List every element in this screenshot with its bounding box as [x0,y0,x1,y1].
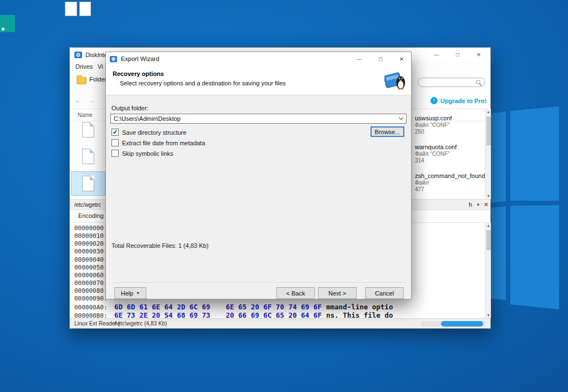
scrollbar-vertical[interactable]: ▲ ▼ [485,109,491,199]
hex-offset: 00000060: [74,272,108,279]
forward-button[interactable]: → [87,96,95,105]
file-tile-icon[interactable] [82,122,94,138]
header-divider [106,95,411,95]
checkbox[interactable] [111,139,119,146]
status-app: Linux Ext Reader | [74,320,120,327]
cancel-label: Cancel [375,290,394,297]
back-button[interactable]: < Back [276,287,315,299]
app-icon [74,50,83,59]
close-button[interactable]: × [471,48,486,62]
file-tile-icon[interactable] [82,176,94,191]
scrollbar-thumb[interactable] [486,230,491,250]
hex-offset: 000000A0: [74,304,108,311]
hex-offset: 00000030: [74,248,108,255]
file-tile-icon[interactable] [82,149,94,164]
wizard-header: Recovery options Select recovery options… [106,66,411,95]
help-label: Help [121,290,134,297]
horizontal-scrollbar[interactable] [421,321,486,327]
output-folder-value: C:\Users\Admin\Desktop [111,115,396,122]
scroll-down-icon[interactable]: ▼ [485,194,491,198]
status-file: /\etc\wgetrc (4,83 Kb) [114,320,167,327]
hex-offset: 00000080: [74,287,108,294]
window-title: DiskInte [85,48,108,62]
file-name: uswsusp.conf [415,115,484,121]
minimize-icon: — [434,52,439,58]
hex-offset: 000000B0: [74,312,108,318]
search-icon [476,80,480,84]
help-button[interactable]: Help ▼ [114,287,146,299]
hex-offset: 00000040: [74,256,108,263]
upgrade-link[interactable]: ↑ Upgrade to Pro! [430,97,486,104]
close-icon: × [476,50,481,59]
close-find-button[interactable]: × [484,201,488,208]
checkbox[interactable] [111,150,119,157]
column-header-name[interactable]: Name [78,112,93,118]
checkbox-label: Skip symbolic links [122,150,173,157]
up-arrow-icon: ↑ [433,97,435,104]
back-label: < Back [286,290,305,297]
hex-offset: 00000090: [74,295,108,302]
footer-divider [110,282,407,283]
dialog-title-bar: Export Wizard — □ × [106,52,411,66]
scrollbar-thumb[interactable] [441,321,483,327]
upgrade-icon: ↑ [430,97,438,104]
desktop: DiskInte — □ × Drives Vi Folders ← → ↑ U… [0,0,568,392]
checkbox-label: Extract file date from metadata [122,140,205,146]
combo-arrow-button[interactable] [396,118,406,119]
scroll-up-icon[interactable]: ▲ [485,110,491,114]
checkbox-label: Save directory structure [122,129,186,136]
window-fragment [65,2,77,16]
hex-offset: 00000020: [74,240,108,247]
encoding-label: Encoding [78,212,104,219]
hex-row: 000000B0: 6E 73 2E 20 54 68 69 73 20 66 … [70,311,485,318]
dialog-title: Export Wizard [121,52,159,66]
check-mark: ✓ [113,129,118,135]
next-button[interactable]: Next > [318,287,357,299]
hex-ascii: ns. This file do [326,311,393,318]
chevron-down-icon [399,115,403,120]
file-size: 250 [415,129,484,135]
teal-desktop-icon[interactable] [0,15,15,32]
maximize-button[interactable]: □ [372,53,389,65]
minimize-button[interactable]: — [429,48,444,62]
folder-icon [77,77,87,84]
file-size: 477 [415,186,484,192]
preview-tab[interactable]: /etc/wgetrc [74,202,101,208]
file-type: Файл "CONF" [415,151,484,157]
checkbox-save-directory-structure[interactable]: ✓ Save directory structure [111,128,186,136]
hex-ascii: mmand-line optio [326,303,393,311]
cancel-button[interactable]: Cancel [365,287,404,299]
checkbox-extract-file-date[interactable]: Extract file date from metadata [111,139,205,147]
browse-label: Browse... [375,129,400,135]
close-icon: × [484,201,488,208]
chevron-down-icon: ▼ [136,291,140,295]
total-files-label: Total Recoverable Files: 1 (4,83 Kb) [111,242,209,249]
back-button[interactable]: ← [74,96,82,105]
upgrade-label: Upgrade to Pro! [440,98,486,104]
close-button[interactable]: × [393,53,410,65]
file-tile[interactable]: uswsusp.conf Файл "CONF" 250 [415,115,484,135]
back-icon: ← [74,96,82,105]
maximize-button[interactable]: □ [450,48,465,62]
scrollbar-thumb[interactable] [486,116,491,145]
search-box[interactable] [418,78,485,87]
scrollbar-vertical[interactable]: ▲ ▼ [485,222,491,318]
file-tile[interactable]: warnquota.conf Файл "CONF" 314 [415,144,484,164]
checkbox-skip-symbolic-links[interactable]: Skip symbolic links [111,149,173,157]
minimize-button[interactable]: — [351,53,368,65]
checkbox[interactable]: ✓ [111,129,119,136]
scroll-up-icon[interactable]: ▲ [485,223,491,227]
menu-drives[interactable]: Drives [75,63,93,70]
hex-row: 000000A0: 6D 6D 61 6E 64 2D 6C 69 6E 65 … [70,303,485,311]
scroll-down-icon[interactable]: ▼ [485,313,491,317]
file-tile[interactable]: zsh_command_not_found Файл 477 [415,172,484,192]
browse-button[interactable]: Browse... [371,126,404,137]
maximize-icon: □ [379,56,382,62]
chevron-down-icon[interactable]: ▼ [476,202,480,207]
menu-view[interactable]: Vi [98,63,103,70]
search-input[interactable] [422,79,475,86]
window-fragment [79,2,91,16]
hex-offset: 00000050: [74,264,108,271]
output-folder-combobox[interactable]: C:\Users\Admin\Desktop [110,114,407,124]
wizard-subheading: Select recovery options and a destinatio… [120,80,286,86]
